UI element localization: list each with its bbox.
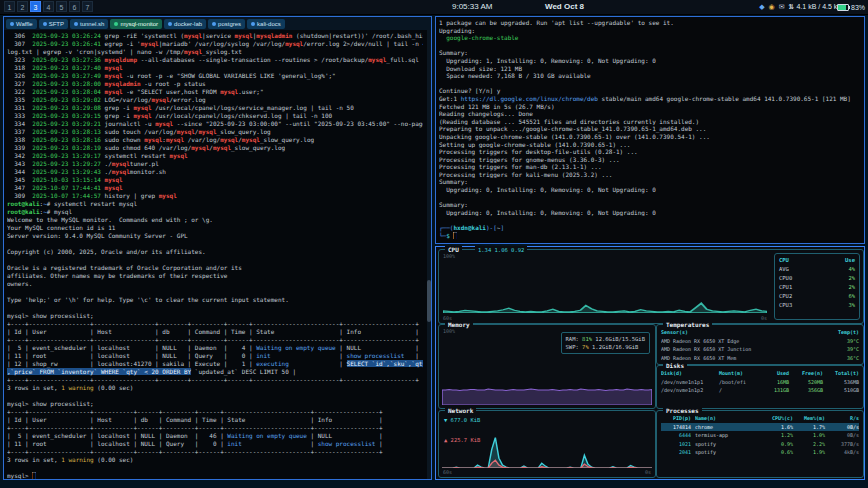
terminal-line: (Reading database ... 545521 files and d…	[439, 118, 861, 126]
terminal-line: root@kali:~# mysql	[7, 208, 423, 216]
tab-label: Waffle	[16, 21, 33, 27]
temps-table: Sensor(s)Temp(t)AMD Radeon RX 6650 XT Ed…	[661, 328, 859, 362]
terminal-line: Your MySQL connection id is 11	[7, 224, 423, 232]
terminal-line: mysql> show processlist;	[7, 400, 423, 408]
terminal-line: 333 2025-09-23 03:29:15 grep -i mysql /u…	[7, 112, 423, 120]
terminal-tab[interactable]: postgres	[208, 19, 245, 29]
process-row[interactable]: 1021spotify0.9%2.2%377B/s	[661, 440, 859, 449]
swap-percent: 7%	[582, 344, 589, 350]
cpu-core-row: CPU12%	[779, 283, 855, 292]
temp-row: AMD Radeon RX 6650 XT Edge39°C	[661, 337, 859, 346]
disks-table: Disk(d)Mount(m)UsedFree(n)Total(t)/dev/n…	[661, 369, 859, 395]
terminal-line: Summary:	[439, 201, 861, 209]
terminal-line: Summary:	[439, 178, 861, 186]
terminal-line: +----+-----------------+-----------+----…	[7, 424, 423, 432]
terminal-line: mysql> show processlist;	[7, 312, 423, 320]
terminal-line: +----+-----------------+----------------…	[7, 320, 423, 328]
terminal-line	[439, 216, 861, 224]
temp-row: AMD Radeon RX 6650 XT Junction39°C	[661, 345, 859, 354]
workspace-button[interactable]: 7	[82, 1, 93, 12]
workspace-button[interactable]: 6	[69, 1, 80, 12]
process-row[interactable]: 6444termius-app1.2%1.0%0B/s	[661, 431, 859, 440]
workspace-button[interactable]: 1	[4, 1, 15, 12]
battery-fill	[838, 5, 846, 10]
cpu-core-table: CPUUseAVG4%CPU02%CPU12%CPU26%CPU33%	[774, 253, 860, 320]
terminal-line	[439, 80, 861, 88]
terminal-line: Continue? [Y/n] y	[439, 87, 861, 95]
mail-icon[interactable]: ✉	[779, 0, 785, 14]
terminal-line: Oracle is a registered trademark of Orac…	[7, 264, 423, 272]
tab-icon	[74, 22, 78, 26]
terminal-line: 306 2025-09-23 03:26:24 grep -riE 'syste…	[7, 32, 423, 40]
terminal-line: 345 2025-10-03 13:15:14 mysql	[7, 176, 423, 184]
process-row[interactable]: 2041spotify0.6%1.9%4kB/s	[661, 448, 859, 457]
apt-terminal-body[interactable]: 1 package can be upgraded. Run 'apt list…	[436, 17, 864, 243]
disk-row: /dev/nvme1n1p1/boot/efi16MB520MB536MB	[661, 378, 859, 387]
terminal-line: | Id | User | Host | db | Command | Time…	[7, 328, 423, 336]
chrome-icon[interactable]: ◉	[769, 0, 775, 14]
workspace-button[interactable]: 2	[17, 1, 28, 12]
cpu-core-row: CPU33%	[779, 301, 855, 310]
terminal-tab[interactable]: docker-lab	[164, 19, 206, 29]
terminal-line: +----+-----------------+-----------+----…	[7, 408, 423, 416]
terminal-line: owners.	[7, 280, 423, 288]
date: Wed Oct 8	[545, 0, 584, 14]
cpu-core-row: CPU02%	[779, 274, 855, 283]
tab-icon	[251, 22, 255, 26]
terminal-tab[interactable]: mysql-monitor	[110, 19, 162, 29]
battery-label: 83%	[851, 4, 865, 11]
terminal-line: | Id | User | Host | db | Command | Time…	[7, 416, 423, 424]
left-terminal-scrollbar[interactable]	[427, 30, 431, 479]
cpu-panel: CPU 1.34 1.06 0.92 100% 60s 0s CPUUseAVG…	[438, 249, 864, 324]
tab-label: kali-docs	[257, 21, 281, 27]
terminal-line: Setting up google-chrome-stable (141.0.7…	[439, 141, 861, 149]
vpn-icon[interactable]: ◆	[759, 0, 764, 14]
tab-icon	[114, 22, 118, 26]
workspace-button[interactable]: 5	[56, 1, 67, 12]
terminal-tab[interactable]: Waffle	[6, 19, 37, 29]
terminal-tab[interactable]: kali-docs	[247, 19, 285, 29]
cpu-core-row: CPU26%	[779, 292, 855, 301]
system-tray: ◆◉✉♪	[759, 0, 792, 14]
terminal-line: 3 rows in set, 1 warning (0.00 sec)	[7, 384, 423, 392]
terminal-line: Download size: 121 MB	[439, 65, 861, 73]
tab-label: docker-lab	[174, 21, 202, 27]
workspace-button[interactable]: 3	[30, 1, 41, 12]
network-upload-label: ▲ 225.7 KiB	[444, 437, 480, 444]
left-terminal-body[interactable]: 306 2025-09-23 03:26:24 grep -riE 'syste…	[4, 30, 426, 479]
terminal-line: +----+-----------------+-----------+----…	[7, 448, 423, 456]
terminal-line: google-chrome-stable	[439, 34, 861, 42]
terminal-line: Fetched 121 MB in 5s (26.7 MB/s)	[439, 103, 861, 111]
terminal-tab[interactable]: SFTP	[39, 19, 68, 29]
cpu-load-average: 1.34 1.06 0.92	[475, 246, 527, 254]
terminal-line: | 12 | shop_rw | localhost:41270 | sakil…	[7, 360, 423, 368]
top-bar: 1234567 9:05:33 AM Wed Oct 8 ◆◉✉♪ ⇅ 4.1 …	[0, 0, 868, 15]
terminal-line: Copyright (c) 2000, 2025, Oracle and/or …	[7, 248, 423, 256]
tab-label: tunnel.sh	[80, 21, 104, 27]
terminal-line: | 5 | event_scheduler | localhost | NULL…	[7, 344, 423, 352]
process-row[interactable]: 174814chrome1.6%1.7%0B/s	[661, 423, 859, 432]
terminal-line: 343 2025-09-23 13:29:27 ./mysqltuner.pl	[7, 160, 423, 168]
terminal-line: 322 2025-09-23 03:28:04 mysql -e "SELECT…	[7, 88, 423, 96]
scrollbar-thumb[interactable]	[427, 280, 431, 322]
cpu-core-row: AVG4%	[779, 265, 855, 274]
terminal-line: 344 2025-09-23 13:29:43 ./mysqlmonitor.s…	[7, 168, 423, 176]
terminal-line	[7, 256, 423, 264]
tab-label: postgres	[218, 21, 241, 27]
tab-label: SFTP	[49, 21, 64, 27]
workspace-button[interactable]: 4	[43, 1, 54, 12]
swap-value: 1.2GiB/16.9GiB	[592, 344, 638, 350]
terminal-line: 318 2025-09-23 03:27:40 mysql	[7, 64, 423, 72]
terminal-tab-bar: WaffleSFTPtunnel.shmysql-monitordocker-l…	[4, 17, 431, 30]
network-panel-title: Network	[445, 407, 476, 415]
terminal-line: 337 2025-09-23 03:28:13 sudo touch /var/…	[7, 128, 423, 136]
swap-label: SWP:	[566, 344, 579, 350]
temp-row: AMD Radeon RX 6650 XT Mem36°C	[661, 354, 859, 363]
network-throughput: ⇅ 4.1 kB / 4.5 kB	[789, 0, 842, 14]
terminal-line: 327 2025-09-23 03:28:00 mysqladmin -u ro…	[7, 80, 423, 88]
terminal-line: +----+-----------------+----------------…	[7, 336, 423, 344]
terminal-line: Space needed: 7,168 B / 310 GB available	[439, 72, 861, 80]
terminal-line: | 5 | event_scheduler | localhost | NULL…	[7, 432, 423, 440]
terminal-tab[interactable]: tunnel.sh	[70, 19, 108, 29]
terminal-line: Type 'help;' or '\h' for help. Type '\c'…	[7, 296, 423, 304]
